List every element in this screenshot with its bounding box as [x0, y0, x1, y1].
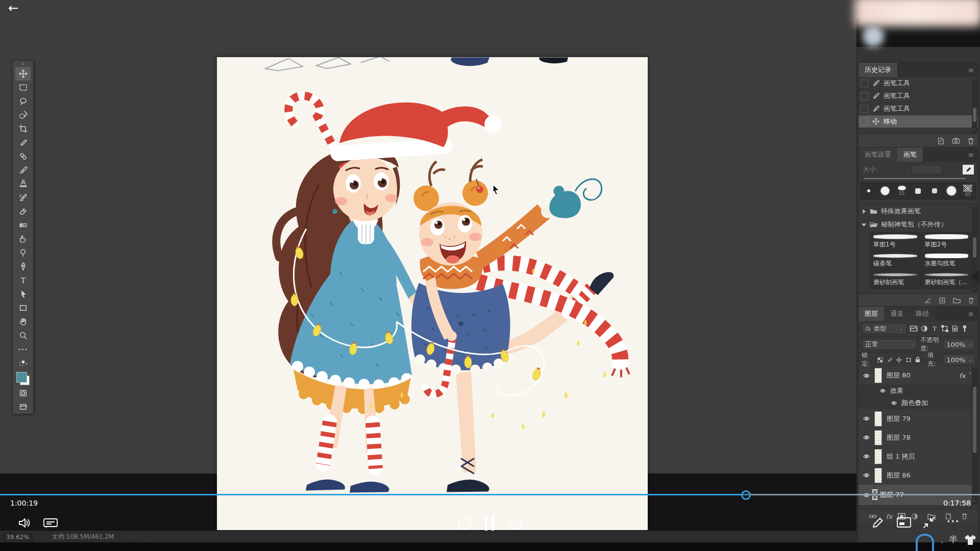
- spot-healing-tool[interactable]: [15, 149, 31, 163]
- group-thumbnail[interactable]: [874, 449, 882, 464]
- edit-toolbar-icon[interactable]: •••: [15, 342, 31, 356]
- zoom-level-field[interactable]: 39.62%: [2, 533, 34, 541]
- brush-tip[interactable]: 15: [894, 182, 910, 199]
- hand-tool[interactable]: [15, 315, 31, 329]
- lock-transparency-icon[interactable]: [877, 357, 883, 363]
- layers-scrollbar[interactable]: ˄ ˅: [972, 366, 977, 505]
- brush-preset[interactable]: 磨砂刻画笔: [870, 270, 921, 289]
- rewind-10-button[interactable]: 10: [456, 514, 473, 532]
- visibility-eye-icon[interactable]: [859, 466, 874, 485]
- trash-icon[interactable]: [967, 137, 974, 145]
- fill-field[interactable]: 100% ⌄: [943, 354, 975, 365]
- default-colors-icon[interactable]: [15, 356, 31, 370]
- path-selection-tool[interactable]: [15, 287, 31, 301]
- smudge-tool[interactable]: [15, 232, 31, 246]
- panel-menu-icon[interactable]: ≡: [968, 310, 978, 318]
- tab-channels[interactable]: 通道: [884, 307, 910, 321]
- tab-paths[interactable]: 路径: [910, 307, 935, 321]
- adjustment-layer-icon[interactable]: [911, 513, 918, 520]
- brush-tool[interactable]: [15, 163, 31, 177]
- filter-smart-object-icon[interactable]: [951, 325, 959, 332]
- brush-group-collapsed[interactable]: 特殊效果画笔: [859, 205, 978, 218]
- visibility-eye-icon[interactable]: [859, 409, 874, 428]
- dodge-tool[interactable]: [15, 246, 31, 260]
- layer-row[interactable]: 图层 78: [859, 428, 975, 447]
- move-tool[interactable]: [15, 67, 31, 81]
- visibility-eye-icon[interactable]: [859, 428, 874, 447]
- shape-tool[interactable]: [15, 301, 31, 315]
- layer-thumbnail[interactable]: [874, 368, 882, 383]
- gradient-tool[interactable]: [15, 218, 31, 232]
- layer-row[interactable]: 图层 80 fx ˆ: [859, 366, 975, 385]
- exit-fullscreen-button[interactable]: [922, 515, 936, 530]
- angle-lock-icon[interactable]: [924, 297, 932, 304]
- brush-preset[interactable]: 水墨勾线笔: [921, 252, 972, 270]
- brush-tip[interactable]: [943, 182, 959, 199]
- layer-group-row[interactable]: 组 1 拷贝: [859, 447, 975, 466]
- back-button[interactable]: ←: [8, 1, 18, 15]
- type-tool[interactable]: T: [15, 273, 31, 287]
- layer-row[interactable]: 图层 86: [859, 466, 975, 485]
- eyedropper-tool[interactable]: [15, 136, 31, 149]
- canvas-artboard[interactable]: [217, 57, 648, 530]
- status-proxy-open-icon[interactable]: 〉: [129, 533, 135, 541]
- lock-artboard-icon[interactable]: [906, 357, 912, 363]
- layer-thumbnail[interactable]: [874, 411, 882, 427]
- layer-thumbnail[interactable]: [874, 468, 882, 483]
- opacity-field[interactable]: 100% ⌄: [943, 339, 975, 350]
- eraser-tool[interactable]: [15, 205, 31, 218]
- history-item[interactable]: 画笔工具: [859, 103, 978, 115]
- brush-edit-icon[interactable]: [963, 165, 974, 174]
- crop-tool[interactable]: [15, 122, 31, 136]
- brush-preset[interactable]: 碳条笔: [870, 252, 921, 270]
- history-item[interactable]: 画笔工具: [859, 90, 978, 103]
- annotate-pencil-button[interactable]: [871, 515, 885, 530]
- layer-style-fx-icon[interactable]: fx: [886, 513, 892, 520]
- more-options-button[interactable]: ⋯: [946, 513, 961, 529]
- filter-toggle-icon[interactable]: [962, 325, 968, 333]
- fx-badge[interactable]: fx: [959, 372, 965, 380]
- filter-type-icon[interactable]: T: [931, 325, 938, 332]
- filter-pixel-icon[interactable]: [910, 325, 918, 332]
- ime-skin-shirt-icon[interactable]: [964, 534, 977, 546]
- zoom-tool[interactable]: [15, 329, 31, 342]
- history-scrollbar[interactable]: ˄ ˅: [972, 78, 977, 133]
- brush-size-input[interactable]: [912, 165, 942, 174]
- quick-selection-tool[interactable]: [15, 108, 31, 122]
- trash-icon[interactable]: [968, 297, 974, 304]
- video-progress-knob[interactable]: [741, 490, 751, 500]
- visibility-eye-icon[interactable]: [859, 447, 874, 466]
- camera-icon[interactable]: [952, 137, 960, 144]
- layer-effects-row[interactable]: 效果: [859, 385, 975, 397]
- forward-30-button[interactable]: 30: [507, 514, 524, 532]
- layer-name[interactable]: 图层 79: [887, 414, 911, 423]
- brush-preset[interactable]: 草图1号: [870, 232, 921, 251]
- quick-mask-icon[interactable]: [15, 386, 31, 400]
- visibility-eye-icon[interactable]: [879, 388, 886, 393]
- mini-player-button[interactable]: [896, 516, 912, 529]
- tab-layers[interactable]: 图层: [859, 307, 884, 321]
- tab-history[interactable]: 历史记录: [859, 63, 897, 77]
- brush-tip[interactable]: [927, 182, 943, 199]
- volume-button[interactable]: [17, 516, 32, 530]
- layer-name[interactable]: 图层 78: [887, 433, 911, 442]
- trash-icon[interactable]: [961, 513, 968, 520]
- pause-button[interactable]: [483, 515, 496, 531]
- brush-tip[interactable]: [910, 182, 926, 199]
- layer-name[interactable]: 组 1 拷贝: [887, 452, 915, 461]
- pen-tool[interactable]: [15, 260, 31, 273]
- lasso-tool[interactable]: [15, 94, 31, 108]
- subtitles-button[interactable]: [43, 517, 58, 530]
- history-item-selected[interactable]: 移动: [859, 115, 978, 128]
- filter-shape-icon[interactable]: [941, 325, 948, 332]
- new-group-icon[interactable]: [953, 297, 961, 304]
- clone-stamp-tool[interactable]: [15, 177, 31, 191]
- new-brush-icon[interactable]: [939, 297, 946, 304]
- screen-mode-icon[interactable]: [15, 400, 31, 414]
- brush-tip[interactable]: [861, 182, 876, 199]
- tab-brushes[interactable]: 画笔: [897, 147, 923, 162]
- foreground-color-swatch[interactable]: [16, 372, 30, 385]
- status-proxy-close-icon[interactable]: 〈: [140, 533, 145, 541]
- toolbar-collapse-icon[interactable]: »: [21, 61, 24, 67]
- filter-adjustment-icon[interactable]: [921, 325, 928, 332]
